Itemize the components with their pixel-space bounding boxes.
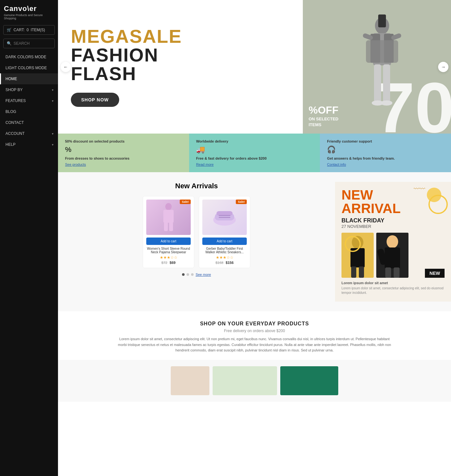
nav-label-help: HELP	[5, 142, 15, 147]
svg-rect-24	[351, 266, 356, 278]
arrow-left-icon: ←	[63, 64, 68, 70]
new-arrivals-left: New Arrivals Sale! Add to cart Women	[58, 182, 335, 302]
search-box[interactable]: 🔍	[3, 39, 55, 48]
product-cards: Sale! Add to cart Women's Short Sleeve R…	[64, 196, 329, 268]
nav-label-contact: CONTACT	[5, 120, 24, 125]
shop-now-button[interactable]: SHOP NOW	[71, 93, 119, 107]
main-content: ← MEGASALE FASHION FLASH SHOP NOW 70	[58, 0, 451, 476]
sidebar-item-shop-by[interactable]: SHOP BY ▾	[0, 84, 58, 95]
search-icon: 🔍	[7, 41, 12, 46]
cart-icon: 🛒	[7, 28, 12, 32]
sidebar-item-blog[interactable]: BLOG	[0, 106, 58, 117]
price-new-pajama: $69	[170, 261, 176, 265]
cart-label: CART:	[14, 28, 24, 32]
percent-icon: %	[65, 145, 182, 154]
sidebar: Canvo\er Genuine Products and Secure Sho…	[0, 0, 58, 476]
product-name-shoes: Gerber Baby/Toddler First Walker Athleti…	[202, 247, 247, 254]
model-figure	[356, 14, 408, 134]
sidebar-item-light-colors[interactable]: LIGHT COLORS MODE	[0, 62, 58, 73]
cart-unit: ITEM(S)	[31, 28, 45, 32]
banner-new-badge: NEW	[425, 269, 445, 278]
svg-rect-5	[374, 64, 381, 103]
svg-rect-18	[216, 211, 233, 216]
carousel-dot-1[interactable]	[182, 273, 185, 276]
nav-label-shop-by: SHOP BY	[5, 88, 23, 92]
info-band-delivery: Worldwide delivery 🚚 Free & fast deliver…	[189, 134, 320, 172]
hero-next-button[interactable]: →	[438, 62, 448, 72]
hero-off-label: %OFF	[309, 104, 338, 116]
logo-title: Canvo\er	[4, 5, 54, 13]
info-band-delivery-title: Worldwide delivery	[196, 139, 313, 143]
sidebar-nav: DARK COLORS MODE LIGHT COLORS MODE HOME …	[0, 51, 58, 150]
svg-rect-30	[394, 267, 399, 278]
svg-rect-14	[164, 222, 168, 231]
chevron-down-icon: ▾	[52, 88, 53, 92]
carousel-dot-3[interactable]	[191, 273, 194, 276]
svg-rect-13	[163, 210, 174, 223]
info-band-delivery-desc: Free & fast delivery for orders above $2…	[196, 156, 313, 160]
bottom-product-3	[280, 366, 338, 395]
headphone-icon: 🎧	[327, 145, 444, 154]
info-band-support-title: Friendly customer support	[327, 139, 444, 143]
bottom-product-1	[171, 366, 209, 395]
product-stars-pajama: ★★★☆☆	[146, 255, 191, 260]
info-band-discount-desc: From dresses to shoes to accessories	[65, 156, 182, 160]
product-name-pajama: Women's Short Sleeve Round Neck Pajama S…	[146, 247, 191, 254]
product-card-shoes: Sale! Add to cart Gerber Baby/Toddler Fi…	[199, 196, 250, 268]
nav-label-blog: BLOG	[5, 109, 16, 114]
svg-point-12	[165, 203, 172, 210]
product-image-pajama	[146, 200, 191, 235]
sidebar-item-features[interactable]: FEATURES ▾	[0, 95, 58, 106]
hero-title-megasale: MEGASALE	[71, 27, 290, 46]
search-input[interactable]	[14, 41, 51, 46]
svg-point-27	[387, 235, 398, 248]
arrow-right-icon: →	[441, 64, 446, 70]
bottom-product-2	[213, 366, 277, 395]
hero-prev-button[interactable]: ←	[61, 62, 71, 72]
see-more-link[interactable]: See more	[196, 273, 211, 276]
sidebar-item-contact[interactable]: CONTACT	[0, 117, 58, 128]
nav-label-features: FEATURES	[5, 98, 26, 103]
hero-left: ← MEGASALE FASHION FLASH SHOP NOW	[58, 0, 303, 134]
chevron-down-icon: ▾	[52, 99, 53, 103]
info-band-support-desc: Get answers & helps from friendly team.	[327, 156, 444, 160]
sidebar-item-home[interactable]: HOME	[0, 73, 58, 84]
svg-rect-20	[219, 217, 230, 218]
cart-button[interactable]: 🛒 CART: 0 ITEM(S)	[3, 25, 55, 35]
banner-date: 27 NOVEMBER	[341, 224, 445, 229]
sidebar-item-dark-colors[interactable]: DARK COLORS MODE	[0, 51, 58, 62]
pajama-figure	[159, 203, 178, 232]
nav-label-home: HOME	[5, 77, 17, 81]
product-image-shoes	[202, 200, 247, 235]
svg-rect-4	[366, 40, 398, 63]
read-more-link[interactable]: Read more	[196, 163, 313, 166]
wave-decoration: 〰〰	[414, 186, 425, 192]
info-bands: 50% discount on selected products % From…	[58, 134, 451, 172]
shop-desc: Lorem ipsum dolor sit amet, consectetur …	[116, 336, 393, 353]
svg-rect-15	[169, 222, 173, 231]
hero-section: ← MEGASALE FASHION FLASH SHOP NOW 70	[58, 0, 451, 134]
sidebar-item-help[interactable]: HELP ▾	[0, 139, 58, 150]
info-band-discount: 50% discount on selected products % From…	[58, 134, 189, 172]
svg-rect-29	[385, 267, 391, 278]
add-to-cart-pajama[interactable]: Add to cart	[146, 238, 191, 245]
nav-label-account: ACCOUNT	[5, 131, 24, 136]
carousel-dot-2[interactable]	[187, 273, 189, 276]
logo-subtitle: Genuine Products and Secure Shopping	[4, 14, 54, 20]
info-band-discount-title: 50% discount on selected products	[65, 139, 182, 143]
hero-title-flash: FLASH	[71, 64, 290, 83]
contact-info-link[interactable]: Contact info	[327, 163, 444, 166]
shop-title: SHOP ON YOUR EVERYDAY PRODUCTS	[64, 321, 445, 327]
new-arrival-banner: 〰〰 NEW ARRIVAL BLACK FRIDAY 27 NOVEMBER	[335, 182, 451, 302]
delivery-icon: 🚚	[196, 145, 313, 154]
svg-rect-25	[359, 266, 364, 278]
svg-rect-11	[378, 14, 386, 27]
add-to-cart-shoes[interactable]: Add to cart	[202, 238, 247, 245]
new-arrivals-title: New Arrivals	[64, 182, 329, 190]
hero-right: 70	[303, 0, 451, 134]
banner-model-2	[376, 233, 408, 278]
shoe-figure	[212, 209, 237, 226]
price-new-shoes: $156	[226, 261, 234, 265]
see-products-link[interactable]: See products	[65, 163, 182, 166]
sidebar-item-account[interactable]: ACCOUNT ▾	[0, 128, 58, 139]
